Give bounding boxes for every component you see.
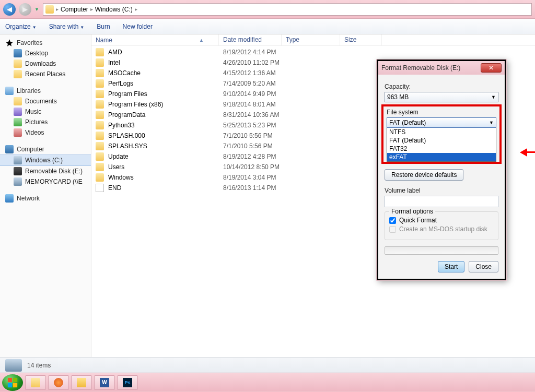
- sidebar-item-videos[interactable]: Videos: [0, 127, 91, 138]
- sidebar-item-recent[interactable]: Recent Places: [0, 69, 91, 79]
- sidebar-item-music[interactable]: Music: [0, 106, 91, 117]
- status-bar: 14 items: [0, 357, 535, 373]
- capacity-label: Capacity:: [385, 83, 498, 90]
- favorites-header[interactable]: Favorites: [0, 38, 91, 48]
- start-button[interactable]: [2, 374, 23, 391]
- file-date: 7/1/2010 5:56 PM: [223, 132, 286, 139]
- col-name[interactable]: Name▲: [91, 34, 219, 45]
- file-date: 9/10/2014 9:49 PM: [223, 90, 286, 98]
- computer-header[interactable]: Computer: [0, 144, 91, 155]
- new-folder-button[interactable]: New folder: [123, 23, 153, 30]
- star-icon: [5, 39, 14, 47]
- sidebar-item-windows-c[interactable]: Windows (C:): [0, 155, 91, 166]
- file-list: Name▲ Date modified Type Size AMD8/19/20…: [91, 34, 535, 357]
- quick-format-checkbox[interactable]: Quick Format: [389, 217, 494, 224]
- documents-icon: [14, 97, 22, 105]
- file-name: MSOCache: [108, 69, 223, 77]
- volume-label-label: Volume label: [385, 187, 498, 194]
- format-options-group: Format options Quick Format Create an MS…: [385, 211, 498, 240]
- libraries-header[interactable]: Libraries: [0, 86, 91, 96]
- item-count: 14 items: [27, 362, 51, 369]
- dialog-titlebar[interactable]: Format Removable Disk (E:) ✕: [378, 61, 505, 75]
- restore-defaults-button[interactable]: Restore device defaults: [385, 169, 463, 181]
- task-word[interactable]: W: [94, 375, 115, 390]
- sidebar-item-downloads[interactable]: Downloads: [0, 58, 91, 69]
- windows-logo-icon: [7, 377, 18, 388]
- sidebar-item-pictures[interactable]: Pictures: [0, 117, 91, 127]
- file-date: 8/19/2012 4:28 PM: [223, 153, 286, 160]
- format-dialog: Format Removable Disk (E:) ✕ Capacity: 9…: [377, 60, 506, 280]
- filesystem-option[interactable]: FAT (Default): [387, 136, 496, 145]
- folder-icon: [96, 121, 104, 129]
- explorer-main: Favorites Desktop Downloads Recent Place…: [0, 34, 535, 357]
- sidebar-item-documents[interactable]: Documents: [0, 96, 91, 106]
- address-bar: ◀ ▶ ▼ ▸ Computer ▸ Windows (C:) ▸: [0, 0, 535, 19]
- col-size[interactable]: Size: [340, 34, 382, 45]
- file-name: Program Files: [108, 90, 223, 98]
- capacity-select[interactable]: 963 MB▼: [385, 92, 498, 102]
- file-date: 9/18/2014 8:01 AM: [223, 101, 286, 108]
- close-button[interactable]: ✕: [481, 63, 502, 73]
- file-name: SPLASH.000: [108, 132, 223, 139]
- chevron-down-icon: ▼: [491, 94, 496, 100]
- organize-menu[interactable]: Organize▼: [5, 23, 37, 30]
- filesystem-option[interactable]: FAT32: [387, 145, 496, 153]
- photoshop-icon: Ps: [123, 378, 132, 387]
- sidebar-item-removable-e[interactable]: Removable Disk (E:): [0, 166, 91, 176]
- filesystem-select[interactable]: FAT (Default)▼: [387, 117, 496, 128]
- start-button[interactable]: Start: [438, 261, 464, 272]
- sort-asc-icon: ▲: [199, 38, 204, 43]
- svg-rect-1: [13, 377, 17, 382]
- arrow-line: [525, 151, 535, 153]
- breadcrumb[interactable]: ▸ Computer ▸ Windows (C:) ▸: [43, 3, 532, 16]
- file-name: Windows: [108, 174, 223, 181]
- app-icon: [77, 378, 86, 387]
- msdos-checkbox[interactable]: Create an MS-DOS startup disk: [389, 225, 494, 233]
- task-photoshop[interactable]: Ps: [117, 375, 138, 390]
- file-name: AMD: [108, 49, 223, 56]
- filesystem-option[interactable]: exFAT: [387, 153, 496, 161]
- task-app[interactable]: [71, 375, 92, 390]
- filesystem-label: File system: [387, 109, 496, 116]
- folder-icon: [96, 142, 104, 150]
- file-name: Update: [108, 153, 223, 160]
- filesystem-highlight: File system FAT (Default)▼ NTFSFAT (Defa…: [381, 104, 502, 164]
- close-dialog-button[interactable]: Close: [469, 261, 498, 272]
- breadcrumb-drive[interactable]: Windows (C:): [95, 6, 133, 13]
- col-type[interactable]: Type: [282, 34, 340, 45]
- file-date: 4/15/2012 1:36 AM: [223, 69, 286, 77]
- file-name: PerfLogs: [108, 80, 223, 87]
- forward-button[interactable]: ▶: [19, 3, 31, 16]
- dialog-body: Capacity: 963 MB▼ File system FAT (Defau…: [378, 75, 505, 279]
- filesystem-option[interactable]: NTFS: [387, 128, 496, 136]
- sidebar-item-desktop[interactable]: Desktop: [0, 48, 91, 58]
- file-name: ProgramData: [108, 111, 223, 118]
- svg-rect-2: [8, 383, 12, 387]
- folder-icon: [31, 378, 40, 387]
- folder-icon: [96, 163, 104, 171]
- file-row[interactable]: AMD8/19/2012 4:14 PM: [91, 47, 535, 57]
- volume-label-input[interactable]: [385, 196, 498, 207]
- arrow-annotation: [520, 148, 535, 157]
- breadcrumb-root[interactable]: Computer: [61, 6, 88, 13]
- chevron-right-icon: ▸: [56, 6, 59, 12]
- folder-icon: [96, 58, 104, 67]
- network-drive-icon: [14, 177, 22, 186]
- sidebar-item-memorycard[interactable]: MEMORYCARD (\\E: [0, 176, 91, 187]
- drive-icon: [45, 5, 54, 14]
- navigation-pane: Favorites Desktop Downloads Recent Place…: [0, 34, 91, 357]
- burn-button[interactable]: Burn: [97, 23, 110, 30]
- libraries-icon: [5, 87, 14, 95]
- progress-bar: [385, 246, 498, 255]
- favorites-label: Favorites: [17, 39, 42, 46]
- network-header[interactable]: Network: [0, 193, 91, 204]
- svg-rect-0: [8, 377, 12, 382]
- file-name: Program Files (x86): [108, 101, 223, 108]
- task-explorer[interactable]: [25, 375, 46, 390]
- task-firefox[interactable]: [48, 375, 69, 390]
- file-name: Intel: [108, 59, 223, 66]
- col-date[interactable]: Date modified: [219, 34, 282, 45]
- back-button[interactable]: ◀: [3, 3, 16, 16]
- share-menu[interactable]: Share with▼: [49, 23, 85, 30]
- history-dropdown[interactable]: ▼: [34, 7, 40, 12]
